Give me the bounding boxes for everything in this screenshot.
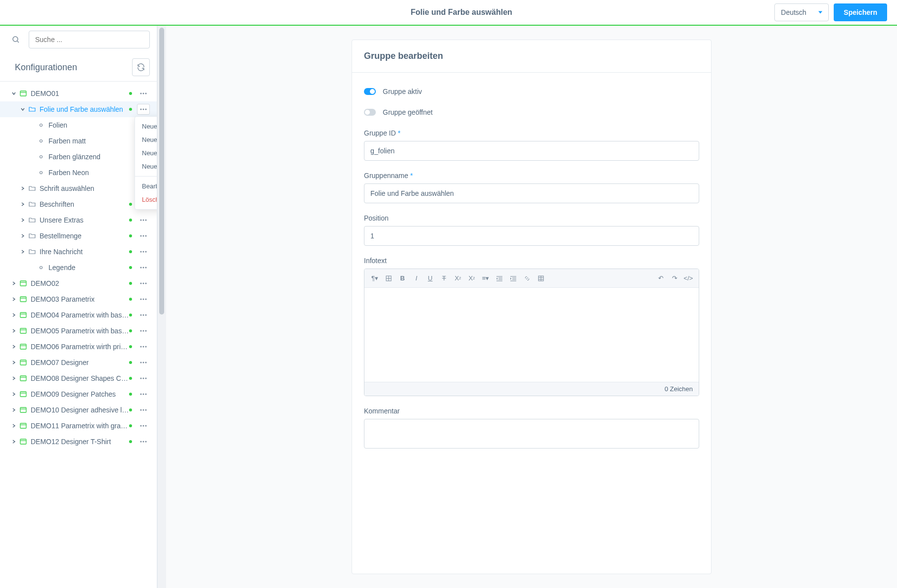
tree-row[interactable]: DEMO02	[0, 275, 157, 291]
more-icon[interactable]	[137, 405, 150, 415]
scrollbar-thumb[interactable]	[159, 28, 164, 315]
chevron-right-icon[interactable]	[9, 313, 19, 317]
tree-row[interactable]: DEMO08 Designer Shapes Colorize	[0, 370, 157, 386]
chevron-right-icon[interactable]	[9, 297, 19, 302]
chevron-right-icon[interactable]	[9, 360, 19, 365]
chevron-right-icon[interactable]	[9, 407, 19, 412]
rte-fullscreen-icon[interactable]	[382, 272, 395, 285]
svg-point-13	[40, 172, 43, 174]
rte-superscript-icon[interactable]: X2	[451, 272, 464, 285]
more-icon[interactable]	[137, 420, 150, 431]
rte-align-icon[interactable]: ≡▾	[479, 272, 492, 285]
more-icon[interactable]	[137, 373, 150, 384]
tree-row[interactable]: DEMO04 Parametrix with base price and a	[0, 307, 157, 323]
rte-table-icon[interactable]	[535, 272, 547, 285]
toggle-group-open[interactable]	[364, 109, 376, 116]
more-icon[interactable]	[137, 357, 150, 368]
tree-row[interactable]: DEMO03 Parametrix	[0, 291, 157, 307]
chevron-right-icon[interactable]	[9, 281, 19, 286]
rte-indent-icon[interactable]	[507, 272, 520, 285]
rte-link-icon[interactable]	[521, 272, 534, 285]
rte-redo-icon[interactable]: ↷	[668, 272, 681, 285]
tree-row[interactable]: DEMO05 Parametrix with base price and a	[0, 323, 157, 339]
rte-outdent-icon[interactable]	[493, 272, 506, 285]
tree-label: DEMO08 Designer Shapes Colorize	[31, 374, 129, 382]
more-icon[interactable]	[137, 325, 150, 336]
menu-item-delete[interactable]: Löschen	[135, 193, 157, 206]
tree-row[interactable]: Legende	[0, 260, 157, 275]
tree-row[interactable]: DEMO01	[0, 86, 157, 101]
more-icon[interactable]	[137, 104, 150, 115]
chevron-right-icon[interactable]	[9, 392, 19, 397]
rte-strike-icon[interactable]: T	[438, 272, 450, 285]
rte-italic-icon[interactable]: I	[410, 272, 423, 285]
save-button[interactable]: Speichern	[834, 3, 887, 21]
rte-underline-icon[interactable]: U	[424, 272, 437, 285]
tree-row[interactable]: Bestellmenge	[0, 228, 157, 244]
chevron-right-icon[interactable]	[18, 186, 28, 191]
chevron-right-icon[interactable]	[9, 328, 19, 333]
chevron-down-icon[interactable]	[18, 107, 28, 112]
scrollbar-track[interactable]	[157, 26, 166, 588]
group-id-input[interactable]	[364, 141, 699, 161]
tree-row[interactable]: Farben glänzend	[0, 149, 157, 165]
menu-item-new_after[interactable]: Neue Gruppe danach	[135, 133, 157, 146]
chevron-down-icon[interactable]	[9, 91, 19, 96]
tree-row[interactable]: DEMO06 Parametrix wirth price matrix	[0, 339, 157, 355]
tree-row[interactable]: Farben matt	[0, 133, 157, 149]
tree-row[interactable]: Folien	[0, 117, 157, 133]
tree-label: DEMO05 Parametrix with base price and a	[31, 327, 129, 335]
rte-code-icon[interactable]: </>	[682, 272, 695, 285]
more-icon[interactable]	[137, 310, 150, 320]
svg-rect-30	[20, 281, 26, 286]
more-icon[interactable]	[137, 246, 150, 257]
comment-input[interactable]	[364, 419, 699, 449]
rte-bold-icon[interactable]: B	[396, 272, 409, 285]
tree-row[interactable]: DEMO07 Designer	[0, 355, 157, 370]
more-icon[interactable]	[137, 294, 150, 305]
chevron-right-icon[interactable]	[9, 376, 19, 381]
tree-row[interactable]: Ihre Nachricht	[0, 244, 157, 260]
tree-row[interactable]: Beschriften	[0, 196, 157, 212]
more-icon[interactable]	[137, 278, 150, 289]
chevron-right-icon[interactable]	[18, 233, 28, 238]
tree-row[interactable]: Unsere Extras	[0, 212, 157, 228]
menu-item-new_option[interactable]: Neue Optionsgruppe	[135, 160, 157, 173]
svg-point-54	[145, 346, 147, 348]
rte-paragraph-icon[interactable]: ¶▾	[368, 272, 381, 285]
rte-body[interactable]	[364, 288, 699, 382]
chevron-right-icon[interactable]	[18, 249, 28, 254]
tree-row[interactable]: DEMO09 Designer Patches	[0, 386, 157, 402]
position-input[interactable]	[364, 226, 699, 246]
chevron-right-icon[interactable]	[9, 439, 19, 444]
tree-row[interactable]: DEMO11 Parametrix with graduated prices	[0, 418, 157, 434]
more-icon[interactable]	[137, 215, 150, 226]
language-select[interactable]: Deutsch	[774, 3, 829, 21]
refresh-button[interactable]	[132, 58, 150, 76]
rte-undo-icon[interactable]: ↶	[654, 272, 667, 285]
rte-subscript-icon[interactable]: X2	[465, 272, 478, 285]
more-icon[interactable]	[137, 262, 150, 273]
tree-row[interactable]: DEMO10 Designer adhesive lettering	[0, 402, 157, 418]
more-icon[interactable]	[137, 88, 150, 99]
search-input[interactable]	[29, 31, 150, 48]
tree-row[interactable]: DEMO12 Designer T-Shirt	[0, 434, 157, 450]
menu-item-edit[interactable]: Bearbeiten	[135, 180, 157, 193]
more-icon[interactable]	[137, 389, 150, 400]
more-icon[interactable]	[137, 341, 150, 352]
menu-item-new_sub[interactable]: Neue Untergruppe	[135, 146, 157, 160]
tree-row[interactable]: Schrift auswählen	[0, 181, 157, 196]
menu-item-new_before[interactable]: Neue Gruppe davor	[135, 120, 157, 133]
chevron-right-icon[interactable]	[18, 202, 28, 207]
tree-row[interactable]: Folie und Farbe auswählen	[0, 101, 157, 117]
toggle-group-active[interactable]	[364, 88, 376, 95]
tree-row[interactable]: Farben Neon	[0, 165, 157, 181]
group-name-input[interactable]	[364, 183, 699, 203]
config-icon	[19, 358, 28, 367]
more-icon[interactable]	[137, 230, 150, 241]
more-icon[interactable]	[137, 436, 150, 447]
status-dot	[129, 361, 132, 364]
chevron-right-icon[interactable]	[18, 218, 28, 223]
chevron-right-icon[interactable]	[9, 423, 19, 428]
chevron-right-icon[interactable]	[9, 344, 19, 349]
